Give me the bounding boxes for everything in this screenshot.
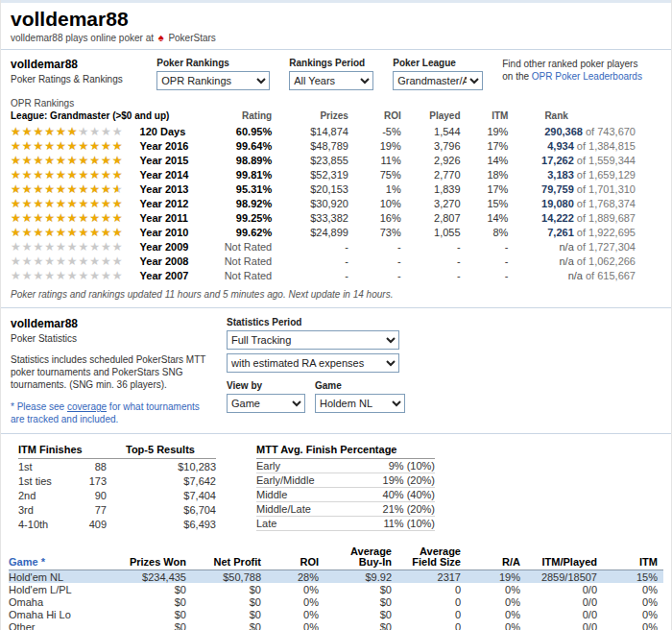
roi-value: 16% — [348, 212, 401, 224]
period-label: Year 2015 — [140, 155, 207, 166]
column-header-game[interactable]: Game * — [9, 557, 114, 568]
finish-prize: $10,283 — [149, 461, 216, 472]
mtt-stage-label: Late — [256, 518, 352, 529]
statistics-player-block: volldemar88 Poker Statistics Statistics … — [11, 317, 227, 425]
game-row: Omaha $0 $0 0% $0 0 0% 0/0 0% — [9, 595, 663, 608]
mtt-stage-label: Middle/Late — [256, 503, 352, 515]
statistics-period-select[interactable]: Full Tracking — [227, 330, 399, 350]
column-header-ra: R/A — [461, 557, 520, 568]
period-label: Year 2008 — [140, 255, 207, 267]
itm-value: - — [461, 270, 509, 281]
average-field-size-value: 0 — [392, 621, 461, 630]
ranking-row: ★★★★★★★★★★★★★★★★★★★★ Year 2016 99.64% $4… — [11, 138, 661, 153]
rank-value: 17,262 of 1,559,344 — [508, 155, 661, 166]
finishes-block: ITM Finishes Top-5 Results 1st 88 $10,28… — [1, 434, 671, 539]
view-by-label: View by — [227, 380, 305, 391]
column-header-prizes-won: Prizes Won — [114, 557, 186, 568]
ranking-row: ★★★★★★★★★★★★★★★★★★★★ Year 2013 95.31% $2… — [11, 182, 661, 196]
itm-top5-header: ITM Finishes Top-5 Results — [18, 444, 216, 459]
period-label: Year 2010 — [140, 227, 207, 238]
played-value: 1,544 — [401, 126, 461, 137]
period-label: Year 2011 — [140, 212, 207, 224]
game-row: Omaha Hi Lo $0 $0 0% $0 0 0% 0/0 0% — [9, 608, 663, 620]
prizes-won-value: $0 — [114, 584, 186, 595]
prizes-value: $33,382 — [272, 212, 348, 224]
finish-count: 88 — [66, 461, 107, 472]
stars-empty: ★★★★★★★★★★★★★★★★★★★★ — [11, 183, 124, 195]
rankings-table-header: OPR Rankings League: Grandmaster (>$0 an… — [11, 98, 661, 124]
coverage-link[interactable]: coverage — [67, 401, 107, 412]
column-header-itm: ITM — [461, 110, 509, 121]
played-value: - — [401, 255, 461, 267]
stars-filled: ★★★★★★★★★★ — [11, 183, 118, 195]
player-name: volldemar88 — [11, 58, 156, 71]
statistics-description: Statistics includes scheduled PokerStars… — [11, 353, 214, 391]
finish-prize: $6,493 — [149, 519, 216, 530]
played-value: 1,055 — [401, 227, 461, 238]
roi-value: - — [348, 270, 401, 281]
game-select[interactable]: Holdem NL — [315, 394, 405, 413]
roi-value: - — [348, 255, 401, 267]
stars-empty: ★★★★★★★★★★★★★★★★★★★★ — [11, 198, 124, 209]
rating-value: Not Rated — [206, 255, 272, 267]
finish-label: 4-10th — [18, 519, 66, 530]
stars-empty: ★★★★★★★★★★★★★★★★★★★★ — [11, 227, 124, 238]
rank-number: 19,080 — [541, 198, 574, 209]
finish-count: 409 — [66, 519, 107, 530]
opr-leaderboards-link[interactable]: OPR Poker Leaderboards — [532, 71, 642, 82]
filter-poker-league: Poker League Grandmaster/All — [393, 58, 483, 90]
column-header-itm-played: ITM/Played — [520, 557, 597, 568]
itm-value: 19% — [461, 126, 509, 137]
roi-value: 0% — [261, 596, 319, 608]
finish-count: 90 — [66, 490, 107, 501]
mtt-stage-value: 11% (10%) — [352, 518, 435, 529]
column-header-itm: ITM — [597, 557, 658, 568]
game-name: Other — [9, 621, 114, 630]
finish-count: 173 — [66, 475, 107, 487]
rating-value: 95.31% — [206, 183, 272, 195]
itm-value: 0% — [597, 596, 658, 608]
rank-value: 14,222 of 1,889,687 — [508, 212, 661, 224]
rank-of-total: of 1,768,374 — [574, 198, 636, 209]
mtt-avg-table: MTT Avg. Finish Percentage Early 9% (10%… — [256, 444, 435, 531]
game-label: Game — [315, 380, 405, 391]
page-subtitle: volldemar88 plays online poker at ♠ Poke… — [11, 32, 661, 43]
mtt-stage-label: Early — [256, 460, 352, 472]
game-name: Omaha Hi Lo — [9, 609, 114, 620]
game-row: Hold'em L/PL $0 $0 0% $0 0 0% 0/0 0% — [9, 583, 663, 595]
stars-empty: ★★★★★★★★★★★★★★★★★★★★ — [11, 212, 124, 224]
page-header: volldemar88 volldemar88 plays online pok… — [1, 3, 671, 50]
rank-number: n/a — [559, 255, 573, 267]
rank-value: 4,934 of 1,384,815 — [508, 140, 661, 152]
view-by-block: View by Game — [227, 380, 305, 413]
period-label: Year 2012 — [140, 198, 207, 209]
finish-label: 3rd — [18, 504, 66, 516]
played-value: 2,926 — [401, 155, 461, 166]
period-label: Year 2009 — [140, 241, 207, 253]
itm-played-value: 0/0 — [520, 596, 597, 608]
stars-filled: ★★★★★★★★★★ — [11, 126, 80, 137]
average-buyin-value: $0 — [319, 584, 392, 595]
rankings-period-select[interactable]: All Years — [289, 71, 373, 90]
mtt-avg-rows: Early 9% (10%) Early/Middle 19% (20%) Mi… — [256, 459, 435, 531]
find-players-text2: on the — [502, 71, 532, 82]
period-label: Year 2013 — [140, 183, 207, 195]
roi-value: 28% — [261, 571, 319, 583]
itm-value: 17% — [461, 183, 509, 195]
roi-value: 0% — [261, 609, 319, 620]
ranking-row: ★★★★★★★★★★★★★★★★★★★★ Year 2011 99.25% $3… — [11, 210, 661, 225]
filter-label: Poker League — [393, 58, 483, 68]
pokerstars-spade-icon: ♠ — [158, 32, 164, 43]
ranking-row: ★★★★★★★★★★★★★★★★★★★★ Year 2014 99.81% $5… — [11, 167, 661, 182]
ra-expenses-select[interactable]: with estimated RA expenses — [227, 353, 399, 373]
net-profit-value: $50,788 — [186, 571, 261, 583]
find-players-note: Find other ranked poker players on the O… — [502, 58, 661, 90]
net-profit-value: $0 — [186, 596, 261, 608]
poker-rankings-select[interactable]: OPR Rankings — [156, 71, 270, 90]
rating-value: 99.81% — [206, 169, 272, 181]
poker-league-select[interactable]: Grandmaster/All — [393, 71, 483, 90]
itm-value: 14% — [461, 212, 509, 224]
rankings-table-title-block: OPR Rankings League: Grandmaster (>$0 an… — [11, 98, 206, 121]
view-by-select[interactable]: Game — [227, 394, 305, 413]
average-buyin-value: $9.92 — [319, 571, 392, 583]
